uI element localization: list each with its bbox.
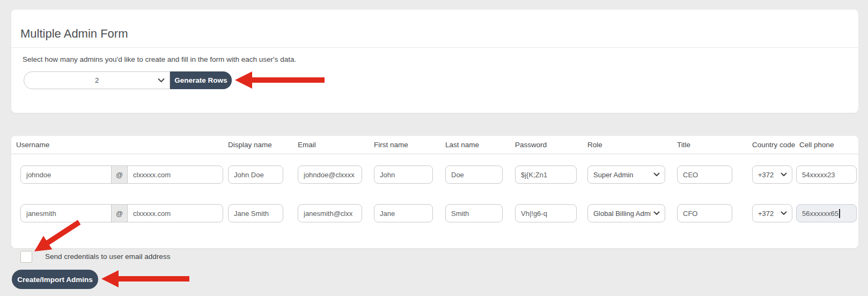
last-name-input-row2[interactable] <box>445 204 503 222</box>
admin-count-select[interactable]: 2 <box>24 71 170 89</box>
text-caret <box>839 209 840 218</box>
admin-count-select-wrap: 2 <box>24 71 170 89</box>
domain-input-row1[interactable] <box>127 165 223 184</box>
column-header-title: Title <box>677 141 690 149</box>
email-input-row2[interactable] <box>298 204 362 222</box>
country-code-select-wrap-row1: +372 <box>752 165 792 184</box>
password-input-row1[interactable] <box>515 165 577 184</box>
page-title: Multiple Admin Form <box>20 27 128 41</box>
generate-rows-button[interactable]: Generate Rows <box>170 71 232 89</box>
cell-phone-input-row2-focused[interactable]: 56xxxxxx65 <box>796 204 857 222</box>
title-input-row2[interactable] <box>677 204 732 222</box>
column-header-password: Password <box>515 141 547 149</box>
email-input-row1[interactable] <box>298 165 362 184</box>
column-header-first-name: First name <box>374 141 408 149</box>
password-input-row2[interactable] <box>515 204 577 222</box>
last-name-input-row1[interactable] <box>445 165 503 184</box>
admins-table-card: Username Display name Email First name L… <box>11 136 858 248</box>
username-input-row2[interactable] <box>20 204 112 222</box>
display-name-input-row1[interactable] <box>228 165 283 184</box>
send-credentials-checkbox[interactable] <box>20 251 32 263</box>
cell-phone-value: 56xxxxxx65 <box>802 210 838 218</box>
country-code-select-wrap-row2: +372 <box>752 204 792 222</box>
table-header-row: Username Display name Email First name L… <box>11 136 858 154</box>
red-arrow-submit-icon <box>101 269 189 288</box>
role-select-row1[interactable]: Super Admin <box>587 165 665 184</box>
title-input-row1[interactable] <box>677 165 732 184</box>
send-credentials-label: Send credentials to user email address <box>45 252 170 261</box>
role-select-row2[interactable]: Global Billing Admin <box>587 204 665 222</box>
create-import-admins-button[interactable]: Create/Import Admins <box>12 270 98 289</box>
column-header-username: Username <box>16 141 49 149</box>
form-header-card: Multiple Admin Form Select how many admi… <box>11 10 858 113</box>
column-header-cell-phone: Cell phone <box>799 141 834 149</box>
cell-phone-input-row1[interactable] <box>796 165 857 184</box>
column-header-display-name: Display name <box>228 141 272 149</box>
column-header-role: Role <box>587 141 602 149</box>
form-description: Select how many admins you'd like to cre… <box>23 55 296 63</box>
column-header-last-name: Last name <box>445 141 479 149</box>
at-sign-addon: @ <box>111 204 128 222</box>
column-header-email: Email <box>298 141 316 149</box>
column-header-country-code: Country code <box>752 141 795 149</box>
divider <box>11 47 858 48</box>
role-select-wrap-row1: Super Admin <box>587 165 665 184</box>
multiple-admin-form-page: Multiple Admin Form Select how many admi… <box>0 0 868 296</box>
display-name-input-row2[interactable] <box>228 204 283 222</box>
first-name-input-row2[interactable] <box>374 204 433 222</box>
country-code-select-row1[interactable]: +372 <box>752 165 792 184</box>
username-input-row1[interactable] <box>20 165 112 184</box>
at-sign-addon: @ <box>111 165 128 184</box>
first-name-input-row1[interactable] <box>374 165 433 184</box>
domain-input-row2[interactable] <box>127 204 223 222</box>
country-code-select-row2[interactable]: +372 <box>752 204 792 222</box>
role-select-wrap-row2: Global Billing Admin <box>587 204 665 222</box>
